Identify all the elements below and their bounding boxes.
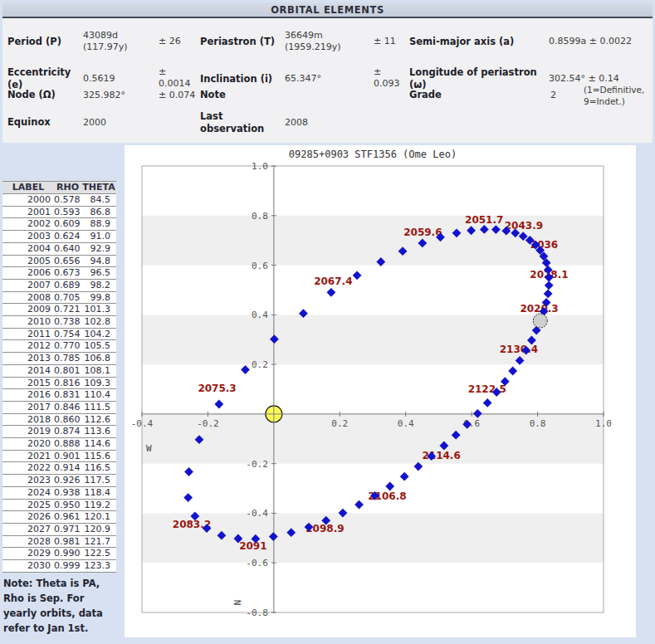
- ephemeris-cell: 121.7: [81, 535, 116, 548]
- orbit-panel: 09285+0903 STF1356 (Ome Leo)-0.4-0.20.20…: [125, 145, 636, 637]
- y-tick-label: -0.2: [246, 459, 268, 470]
- ephemeris-cell: 94.8: [81, 255, 116, 267]
- ephemeris-cell: 101.3: [81, 304, 116, 316]
- ephemeris-cell: 2020: [2, 438, 54, 451]
- y-tick-label: -0.8: [246, 607, 268, 618]
- west-axis-label: W: [146, 443, 152, 454]
- ephemeris-cell: 2014: [2, 364, 54, 377]
- ephemeris-cell: 113.6: [81, 426, 116, 438]
- ephemeris-cell: 0.914: [54, 462, 81, 475]
- note-label: Note: [200, 89, 281, 101]
- ephemeris-cell: 108.1: [81, 364, 116, 377]
- north-axis-label: N: [232, 600, 242, 606]
- ephemeris-cell: 104.2: [81, 328, 116, 340]
- ephemeris-row: 20230.926117.5: [2, 475, 116, 487]
- ephemeris-cell: 0.816: [54, 377, 81, 389]
- ephemeris-row: 20110.754104.2: [2, 328, 116, 340]
- epoch-label: 2114.6: [422, 450, 460, 461]
- orbit-dot: [241, 365, 250, 374]
- ephemeris-row: 20080.70599.8: [2, 291, 116, 304]
- x-tick-label: 1.0: [595, 418, 612, 429]
- ephemeris-header-row: LABEL RHO THETA: [2, 182, 116, 194]
- ephemeris-cell: 0.860: [54, 413, 81, 426]
- ephemeris-row: 20000.57884.5: [2, 194, 116, 207]
- ephemeris-cell: 0.938: [54, 486, 81, 499]
- ephemeris-cell: 2028: [2, 535, 54, 548]
- ephemeris-cell: 86.8: [81, 206, 116, 218]
- ephemeris-cell: 2009: [2, 304, 54, 316]
- ephemeris-row: 20180.860112.6: [2, 413, 116, 426]
- chart-title: 09285+0903 STF1356 (Ome Leo): [289, 149, 457, 160]
- sma-label: Semi-major axis (a): [409, 36, 538, 48]
- ephemeris-cell: 2012: [2, 340, 54, 353]
- ephemeris-cell: 2025: [2, 499, 54, 511]
- ephemeris-cell: 2022: [2, 462, 54, 475]
- ephemeris-cell: 2011: [2, 328, 54, 340]
- ephemeris-row: 20050.65694.8: [2, 255, 116, 267]
- orbit-dot: [400, 472, 409, 481]
- grade-note: (1=Definitive,9=Indet.): [584, 84, 655, 107]
- ephemeris-cell: 2010: [2, 316, 54, 329]
- orbit-dot: [326, 288, 335, 297]
- ephemeris-cell: 0.578: [54, 194, 81, 207]
- y-tick-label: 0.4: [252, 310, 268, 320]
- ephemeris-cell: 118.4: [81, 486, 116, 499]
- y-tick-label: 0.2: [252, 359, 268, 370]
- ephemeris-cell: 88.9: [81, 218, 116, 231]
- ephemeris-row: 20200.888114.6: [2, 438, 116, 451]
- ephemeris-row: 20170.846111.5: [2, 401, 116, 413]
- page-title: ORBITAL ELEMENTS: [271, 4, 384, 16]
- ephemeris-cell: 2015: [2, 377, 54, 389]
- ephemeris-cell: 106.8: [81, 353, 116, 365]
- ephemeris-cell: 84.5: [81, 194, 116, 207]
- ephemeris-row: 20090.721101.3: [2, 304, 116, 316]
- ephemeris-cell: 116.5: [81, 462, 116, 475]
- ephemeris-cell: 0.705: [54, 291, 81, 304]
- ephemeris-cell: 0.888: [54, 438, 81, 451]
- last-observation-label: Last observation: [200, 110, 266, 135]
- ephemeris-cell: 0.999: [54, 560, 81, 573]
- x-tick-label: 0.8: [530, 418, 546, 429]
- ephemeris-cell: 119.2: [81, 499, 116, 511]
- col-header-theta: THETA: [81, 182, 116, 194]
- ephemeris-row: 20140.801108.1: [2, 364, 116, 377]
- col-header-rho: RHO: [54, 182, 81, 194]
- inclination-value: 65.347°: [285, 73, 371, 85]
- header-bar: ORBITAL ELEMENTS: [2, 2, 653, 18]
- ephemeris-cell: 2000: [2, 194, 54, 207]
- inclination-label: Inclination (i): [200, 73, 281, 85]
- ephemeris-cell: 2006: [2, 267, 54, 280]
- grade-label: Grade: [409, 89, 538, 101]
- ephemeris-row: 20240.938118.4: [2, 486, 116, 499]
- x-tick-label: -0.2: [197, 418, 219, 429]
- ephemeris-cell: 2007: [2, 279, 54, 291]
- period-error: ± 26: [159, 36, 197, 47]
- eccentricity-label: Eccentricity (e): [7, 66, 81, 91]
- ephemeris-cell: 92.9: [81, 242, 116, 255]
- ephemeris-cell: 123.3: [81, 560, 116, 573]
- epoch-label: 2098.9: [306, 523, 344, 534]
- col-header-label: LABEL: [2, 182, 54, 194]
- period-label: Period (P): [7, 36, 81, 48]
- y-tick-label: 0.8: [252, 211, 268, 222]
- orbit-dot: [545, 281, 554, 290]
- periastron-error: ± 11: [374, 36, 405, 47]
- orbit-dot: [544, 289, 553, 298]
- ephemeris-cell: 112.6: [81, 413, 116, 426]
- orbit-dot: [184, 467, 193, 476]
- ephemeris-cell: 2016: [2, 389, 54, 402]
- ephemeris-cell: 2030: [2, 560, 54, 573]
- epoch-label: 2067.4: [314, 276, 352, 287]
- periastron-label: Periastron (T): [200, 36, 281, 48]
- ephemeris-cell: 0.831: [54, 389, 81, 402]
- ephemeris-cell: 117.5: [81, 475, 116, 487]
- grade-value: 2: [550, 90, 575, 101]
- ephemeris-cell: 2018: [2, 413, 54, 426]
- ephemeris-row: 20290.990122.5: [2, 548, 116, 560]
- ephemeris-row: 20030.62491.0: [2, 231, 116, 243]
- longitude-periastron-value: 302.54° ± 0.14: [549, 73, 648, 85]
- ephemeris-row: 20300.999123.3: [2, 560, 116, 573]
- ephemeris-cell: 0.801: [54, 364, 81, 377]
- ephemeris-cell: 2001: [2, 206, 54, 218]
- ephemeris-cell: 0.754: [54, 328, 81, 340]
